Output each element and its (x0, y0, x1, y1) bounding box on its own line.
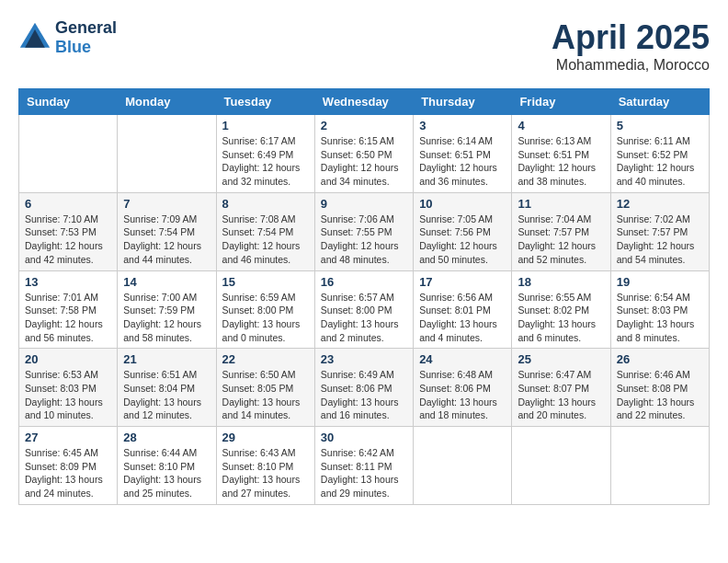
calendar-cell: 9Sunrise: 7:06 AM Sunset: 7:55 PM Daylig… (314, 192, 413, 270)
calendar-cell: 15Sunrise: 6:59 AM Sunset: 8:00 PM Dayli… (216, 270, 314, 349)
calendar-cell: 27Sunrise: 6:45 AM Sunset: 8:09 PM Dayli… (19, 427, 118, 505)
day-number: 17 (419, 275, 506, 289)
calendar-cell: 2Sunrise: 6:15 AM Sunset: 6:50 PM Daylig… (314, 115, 413, 193)
day-info: Sunrise: 6:48 AM Sunset: 8:06 PM Dayligh… (419, 368, 506, 422)
day-info: Sunrise: 6:57 AM Sunset: 8:00 PM Dayligh… (321, 291, 407, 345)
day-number: 29 (222, 431, 309, 444)
logo-blue: Blue (55, 38, 117, 57)
day-info: Sunrise: 7:09 AM Sunset: 7:54 PM Dayligh… (123, 213, 210, 267)
calendar-week-5: 27Sunrise: 6:45 AM Sunset: 8:09 PM Dayli… (19, 427, 710, 505)
day-info: Sunrise: 6:11 AM Sunset: 6:52 PM Dayligh… (617, 134, 703, 189)
day-info: Sunrise: 6:54 AM Sunset: 8:03 PM Dayligh… (617, 291, 703, 345)
day-info: Sunrise: 6:47 AM Sunset: 8:07 PM Dayligh… (518, 368, 604, 422)
weekday-header-saturday: Saturday (610, 89, 709, 115)
day-info: Sunrise: 7:08 AM Sunset: 7:54 PM Dayligh… (222, 213, 309, 267)
day-info: Sunrise: 6:17 AM Sunset: 6:49 PM Dayligh… (222, 134, 309, 189)
day-info: Sunrise: 6:51 AM Sunset: 8:04 PM Dayligh… (123, 368, 210, 422)
calendar-cell (19, 115, 118, 193)
day-number: 26 (617, 352, 703, 366)
day-info: Sunrise: 6:44 AM Sunset: 8:10 PM Dayligh… (123, 446, 210, 500)
day-number: 7 (123, 197, 210, 211)
day-number: 14 (123, 275, 210, 289)
day-number: 22 (222, 352, 309, 366)
day-number: 4 (518, 119, 604, 132)
day-info: Sunrise: 7:00 AM Sunset: 7:59 PM Dayligh… (123, 291, 210, 345)
day-number: 24 (419, 352, 506, 366)
calendar-cell: 10Sunrise: 7:05 AM Sunset: 7:56 PM Dayli… (414, 192, 512, 270)
day-number: 20 (25, 352, 111, 366)
calendar-cell: 12Sunrise: 7:02 AM Sunset: 7:57 PM Dayli… (610, 192, 709, 270)
calendar-cell: 1Sunrise: 6:17 AM Sunset: 6:49 PM Daylig… (216, 115, 314, 193)
calendar-week-4: 20Sunrise: 6:53 AM Sunset: 8:03 PM Dayli… (19, 349, 710, 427)
day-number: 18 (518, 275, 604, 289)
calendar-cell: 20Sunrise: 6:53 AM Sunset: 8:03 PM Dayli… (19, 349, 118, 427)
day-number: 2 (321, 119, 407, 132)
day-number: 16 (321, 275, 407, 289)
day-info: Sunrise: 6:46 AM Sunset: 8:08 PM Dayligh… (617, 368, 703, 422)
day-info: Sunrise: 7:01 AM Sunset: 7:58 PM Dayligh… (25, 291, 111, 345)
weekday-header-wednesday: Wednesday (314, 89, 413, 115)
month-title: April 2025 (552, 18, 710, 57)
calendar-week-1: 1Sunrise: 6:17 AM Sunset: 6:49 PM Daylig… (19, 115, 710, 193)
calendar-cell: 5Sunrise: 6:11 AM Sunset: 6:52 PM Daylig… (610, 115, 709, 193)
calendar-cell: 25Sunrise: 6:47 AM Sunset: 8:07 PM Dayli… (512, 349, 610, 427)
day-number: 11 (518, 197, 604, 211)
logo: General Blue (18, 18, 117, 57)
day-number: 9 (321, 197, 407, 211)
location: Mohammedia, Morocco (552, 57, 710, 74)
calendar-cell: 6Sunrise: 7:10 AM Sunset: 7:53 PM Daylig… (19, 192, 118, 270)
day-number: 13 (25, 275, 111, 289)
day-number: 8 (222, 197, 309, 211)
calendar-cell: 19Sunrise: 6:54 AM Sunset: 8:03 PM Dayli… (610, 270, 709, 349)
day-info: Sunrise: 7:05 AM Sunset: 7:56 PM Dayligh… (419, 213, 506, 267)
weekday-header-thursday: Thursday (414, 89, 512, 115)
day-number: 23 (321, 352, 407, 366)
calendar-cell (414, 427, 512, 505)
day-info: Sunrise: 6:43 AM Sunset: 8:10 PM Dayligh… (222, 446, 309, 500)
day-number: 25 (518, 352, 604, 366)
calendar-cell: 29Sunrise: 6:43 AM Sunset: 8:10 PM Dayli… (216, 427, 314, 505)
calendar-cell (512, 427, 610, 505)
calendar-week-3: 13Sunrise: 7:01 AM Sunset: 7:58 PM Dayli… (19, 270, 710, 349)
title-area: April 2025 Mohammedia, Morocco (552, 18, 710, 74)
day-info: Sunrise: 7:02 AM Sunset: 7:57 PM Dayligh… (617, 213, 703, 267)
calendar-cell: 14Sunrise: 7:00 AM Sunset: 7:59 PM Dayli… (118, 270, 216, 349)
calendar-cell: 3Sunrise: 6:14 AM Sunset: 6:51 PM Daylig… (414, 115, 512, 193)
day-info: Sunrise: 6:55 AM Sunset: 8:02 PM Dayligh… (518, 291, 604, 345)
calendar-cell: 23Sunrise: 6:49 AM Sunset: 8:06 PM Dayli… (314, 349, 413, 427)
calendar-cell: 13Sunrise: 7:01 AM Sunset: 7:58 PM Dayli… (19, 270, 118, 349)
calendar-cell: 28Sunrise: 6:44 AM Sunset: 8:10 PM Dayli… (118, 427, 216, 505)
day-number: 27 (25, 431, 111, 444)
calendar-cell: 11Sunrise: 7:04 AM Sunset: 7:57 PM Dayli… (512, 192, 610, 270)
day-number: 5 (617, 119, 703, 132)
page-header: General Blue April 2025 Mohammedia, Moro… (18, 18, 710, 74)
calendar-table: SundayMondayTuesdayWednesdayThursdayFrid… (18, 88, 710, 505)
day-info: Sunrise: 6:56 AM Sunset: 8:01 PM Dayligh… (419, 291, 506, 345)
day-info: Sunrise: 6:53 AM Sunset: 8:03 PM Dayligh… (25, 368, 111, 422)
day-number: 15 (222, 275, 309, 289)
weekday-header-tuesday: Tuesday (216, 89, 314, 115)
calendar-cell: 16Sunrise: 6:57 AM Sunset: 8:00 PM Dayli… (314, 270, 413, 349)
weekday-header-row: SundayMondayTuesdayWednesdayThursdayFrid… (19, 89, 710, 115)
calendar-cell: 4Sunrise: 6:13 AM Sunset: 6:51 PM Daylig… (512, 115, 610, 193)
weekday-header-friday: Friday (512, 89, 610, 115)
calendar-cell: 22Sunrise: 6:50 AM Sunset: 8:05 PM Dayli… (216, 349, 314, 427)
calendar-cell (118, 115, 216, 193)
day-info: Sunrise: 6:14 AM Sunset: 6:51 PM Dayligh… (419, 134, 506, 189)
calendar-cell: 8Sunrise: 7:08 AM Sunset: 7:54 PM Daylig… (216, 192, 314, 270)
logo-general: General (55, 18, 117, 38)
logo-text: General Blue (55, 18, 117, 57)
day-number: 3 (419, 119, 506, 132)
day-number: 28 (123, 431, 210, 444)
day-info: Sunrise: 6:42 AM Sunset: 8:11 PM Dayligh… (321, 446, 407, 500)
day-number: 12 (617, 197, 703, 211)
day-number: 30 (321, 431, 407, 444)
day-info: Sunrise: 7:04 AM Sunset: 7:57 PM Dayligh… (518, 213, 604, 267)
calendar-cell (610, 427, 709, 505)
logo-icon (18, 21, 51, 54)
day-number: 21 (123, 352, 210, 366)
calendar-cell: 7Sunrise: 7:09 AM Sunset: 7:54 PM Daylig… (118, 192, 216, 270)
day-info: Sunrise: 7:10 AM Sunset: 7:53 PM Dayligh… (25, 213, 111, 267)
day-info: Sunrise: 6:13 AM Sunset: 6:51 PM Dayligh… (518, 134, 604, 189)
day-number: 1 (222, 119, 309, 132)
